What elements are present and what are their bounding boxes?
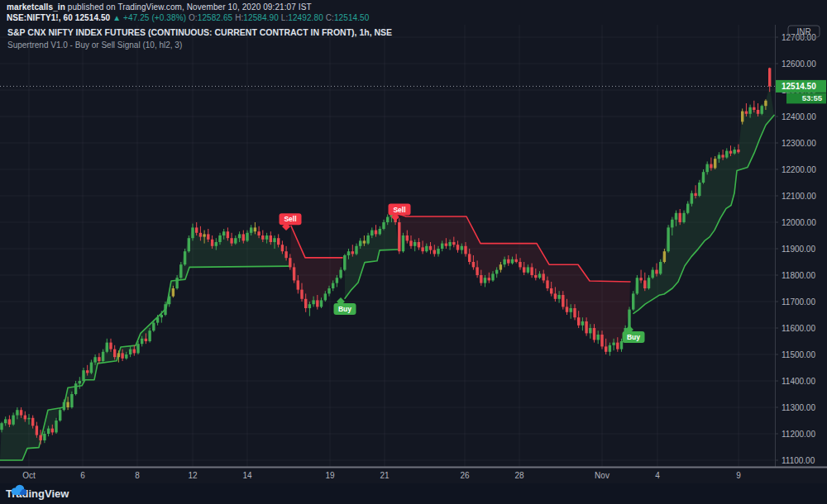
svg-text:12514.50: 12514.50 (782, 82, 816, 91)
svg-text:12000.00: 12000.00 (782, 218, 816, 227)
svg-text:12: 12 (188, 471, 198, 480)
svg-text:12300.00: 12300.00 (782, 139, 816, 148)
svg-text:11200.00: 11200.00 (782, 430, 815, 439)
svg-text:12600.00: 12600.00 (782, 59, 816, 69)
price-axis[interactable]: 12700.0012600.0012500.0012400.0012300.00… (775, 0, 827, 483)
svg-text:Sell: Sell (393, 206, 405, 214)
svg-text:53:55: 53:55 (802, 93, 823, 102)
tradingview-logo-icon[interactable] (10, 483, 28, 497)
svg-text:11600.00: 11600.00 (782, 324, 815, 333)
svg-text:11900.00: 11900.00 (782, 245, 815, 254)
svg-text:INR: INR (796, 27, 810, 36)
svg-text:11500.00: 11500.00 (782, 350, 815, 359)
candles-layer (0, 68, 771, 445)
svg-text:9: 9 (736, 471, 741, 480)
svg-text:Nov: Nov (595, 471, 609, 480)
svg-text:Buy: Buy (627, 333, 640, 341)
svg-text:11400.00: 11400.00 (782, 377, 815, 386)
svg-text:26: 26 (460, 471, 470, 480)
svg-text:28: 28 (514, 471, 524, 480)
svg-text:8: 8 (135, 471, 140, 480)
sell-signal-label: Sell (280, 213, 302, 231)
svg-text:12400.00: 12400.00 (782, 112, 816, 121)
price-chart[interactable]: SellBuySellBuy12700.0012600.0012500.0012… (0, 0, 827, 483)
buy-signal-label: Buy (334, 297, 356, 315)
svg-text:21: 21 (380, 471, 390, 480)
tradingview-published-chart: marketcalls_in published on TradingView.… (0, 0, 827, 504)
svg-text:6: 6 (80, 471, 85, 480)
bar-countdown-badge: 53:55 (786, 93, 826, 103)
svg-text:Buy: Buy (338, 305, 351, 313)
footer-bar: TradingView (0, 483, 827, 504)
svg-text:12100.00: 12100.00 (782, 192, 816, 201)
svg-text:11100.00: 11100.00 (782, 456, 815, 465)
svg-text:11300.00: 11300.00 (782, 403, 815, 412)
svg-text:Oct: Oct (22, 471, 36, 480)
svg-text:11700.00: 11700.00 (782, 297, 815, 307)
time-axis[interactable]: Oct68121419212628Nov49 (0, 467, 827, 484)
svg-text:11800.00: 11800.00 (782, 271, 815, 280)
svg-text:Sell: Sell (284, 215, 296, 223)
svg-text:4: 4 (655, 471, 660, 480)
svg-text:19: 19 (325, 471, 335, 480)
last-price-badge: 12514.50 (776, 80, 826, 93)
svg-text:12200.00: 12200.00 (782, 165, 816, 174)
svg-text:14: 14 (242, 471, 252, 480)
